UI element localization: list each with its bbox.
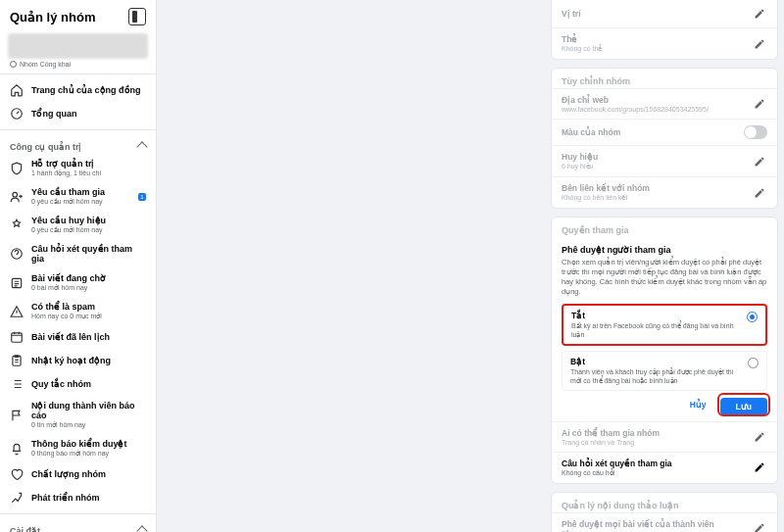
post-icon <box>10 276 24 290</box>
home-icon <box>10 83 24 97</box>
settings-rail: Vị trí ThẻKhông có thẻ Tùy chỉnh nhóm Đị… <box>551 0 778 532</box>
spam-icon <box>10 305 24 318</box>
nav-potential-spam[interactable]: Có thể là spamHôm nay có 0 mục mới <box>0 297 156 325</box>
calendar-icon <box>10 330 24 344</box>
group-cover <box>8 33 148 59</box>
radio-unselected-icon[interactable] <box>748 358 759 368</box>
clipboard-icon <box>10 354 24 367</box>
nav-grow-group[interactable]: Phát triển nhóm <box>0 486 156 509</box>
save-button[interactable]: Lưu <box>720 398 767 415</box>
nav-group-rules[interactable]: Quy tắc nhóm <box>0 372 156 396</box>
row-location[interactable]: Vị trí <box>552 0 777 27</box>
cancel-button[interactable]: Hủy <box>682 396 714 413</box>
bell-icon <box>10 442 24 456</box>
chevron-up-icon <box>136 141 147 152</box>
edit-icon[interactable] <box>752 96 767 112</box>
svg-rect-4 <box>12 333 23 342</box>
sidebar: Quản lý nhóm Nhóm Công khai Trang chủ củ… <box>0 0 157 532</box>
collapse-panel-icon[interactable] <box>128 8 146 25</box>
nav-overview[interactable]: Tổng quan <box>0 102 156 125</box>
row-membership-questions[interactable]: Câu hỏi xét quyền tham giaKhông có câu h… <box>552 452 777 483</box>
nav-moderation-alerts[interactable]: Thông báo kiểm duyệt0 thông báo mới hôm … <box>0 434 156 462</box>
edit-icon[interactable] <box>752 429 767 445</box>
row-badges[interactable]: Huy hiệu6 huy hiệu <box>552 145 777 176</box>
row-tags[interactable]: ThẻKhông có thẻ <box>552 27 777 59</box>
growth-icon <box>10 491 24 505</box>
section-admin-tools[interactable]: Công cụ quản trị <box>0 134 156 154</box>
edit-icon[interactable] <box>752 36 767 52</box>
row-web-address[interactable]: Địa chỉ webwww.facebook.com/groups/15682… <box>552 88 777 119</box>
heart-icon <box>10 467 24 481</box>
edit-icon[interactable] <box>752 520 767 532</box>
nav-group-quality[interactable]: Chất lượng nhóm <box>0 462 156 486</box>
row-linked-pages[interactable]: Bên liên kết với nhómKhông có bên liên k… <box>552 176 777 208</box>
row-approve-member-posts[interactable]: Phê duyệt mọi bài viết của thành viênTắt <box>552 512 777 532</box>
sidebar-title: Quản lý nhóm <box>10 10 95 24</box>
nav-badge-requests[interactable]: Yêu cầu huy hiệu0 yêu cầu mới hôm nay <box>0 211 156 239</box>
row-who-can-join[interactable]: Ai có thể tham gia nhómTrang cá nhân và … <box>552 421 777 452</box>
globe-icon <box>10 61 17 68</box>
shield-icon <box>10 162 24 175</box>
svg-point-1 <box>13 192 18 197</box>
card-customize-group: Tùy chỉnh nhóm Địa chỉ webwww.facebook.c… <box>551 68 778 209</box>
nav-scheduled-posts[interactable]: Bài viết đã lên lịch <box>0 325 156 349</box>
nav-admin-assist[interactable]: Hỗ trợ quản trị1 hành động, 1 tiêu chí <box>0 154 156 182</box>
nav-member-reported[interactable]: Nội dung thành viên báo cáo0 tin mới hôm… <box>0 396 156 434</box>
card-permissions: Quyền tham gia Phê duyệt người tham gia … <box>551 217 778 484</box>
section-settings[interactable]: Cài đặt <box>0 518 156 532</box>
nav-member-requests[interactable]: Yêu cầu tham gia0 yêu cầu mới hôm nay 1 <box>0 182 156 211</box>
badge-icon <box>10 218 24 232</box>
dashboard-icon <box>10 107 24 121</box>
person-plus-icon <box>10 190 24 204</box>
question-icon <box>10 247 24 261</box>
option-off[interactable]: TắtBất kỳ ai trên Facebook cũng có thể đ… <box>562 304 767 346</box>
list-icon <box>10 377 24 391</box>
edit-icon[interactable] <box>752 154 767 169</box>
nav-membership-questions[interactable]: Câu hỏi xét quyền tham gia <box>0 239 156 268</box>
approve-participants-heading: Phê duyệt người tham gia <box>562 245 767 255</box>
group-privacy: Nhóm Công khai <box>10 61 146 68</box>
edit-icon[interactable] <box>752 6 767 22</box>
badge-count: 1 <box>138 193 146 201</box>
chevron-up-icon <box>136 525 147 532</box>
edit-icon[interactable] <box>752 459 767 475</box>
flag-icon <box>10 409 24 422</box>
row-group-color[interactable]: Màu của nhóm <box>552 119 777 145</box>
nav-activity-log[interactable]: Nhật ký hoạt động <box>0 349 156 372</box>
approve-participants-desc: Chọn xem quản trị viên/người kiểm duyệt … <box>562 258 767 298</box>
option-on[interactable]: BậtThành viên và khách truy cập phải đượ… <box>562 351 767 391</box>
edit-icon[interactable] <box>752 185 767 201</box>
card-location-tags: Vị trí ThẻKhông có thẻ <box>551 0 778 60</box>
card-manage-discussion: Quản lý nội dung thảo luận Phê duyệt mọi… <box>551 492 778 532</box>
nav-community-home[interactable]: Trang chủ của cộng đồng <box>0 78 156 102</box>
color-toggle[interactable] <box>744 125 767 139</box>
radio-selected-icon[interactable] <box>747 312 758 322</box>
nav-pending-posts[interactable]: Bài viết đang chờ0 bài mới hôm nay <box>0 268 156 297</box>
